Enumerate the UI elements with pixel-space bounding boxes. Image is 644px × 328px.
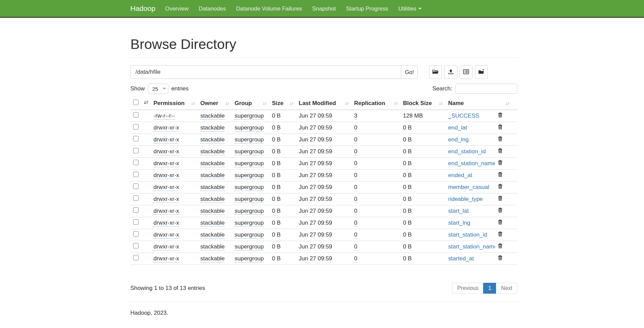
row-checkbox[interactable] [133, 136, 139, 141]
col-header-actions[interactable] [495, 97, 517, 110]
create-directory-button[interactable] [429, 65, 442, 79]
delete-file-button[interactable] [498, 231, 503, 238]
owner-value[interactable]: stackable [200, 184, 225, 191]
file-name-link[interactable]: end_lat [448, 124, 467, 131]
file-name-link[interactable]: end_lng [448, 136, 469, 143]
delete-file-button[interactable] [498, 207, 503, 214]
nav-item-datanodes[interactable]: Datanodes [194, 0, 231, 17]
page-size-select[interactable]: 25 [148, 84, 168, 94]
group-value[interactable]: supergroup [235, 160, 264, 167]
owner-value[interactable]: stackable [200, 148, 225, 155]
file-name-link[interactable]: rideable_type [448, 196, 483, 202]
search-input[interactable] [455, 84, 517, 94]
permission-value[interactable]: drwxr-xr-x [153, 243, 179, 251]
owner-value[interactable]: stackable [200, 136, 225, 143]
nav-item-datanode-volume-failures[interactable]: Datanode Volume Failures [231, 0, 307, 17]
select-all-header[interactable] [130, 97, 141, 110]
owner-value[interactable]: stackable [200, 160, 225, 167]
file-name-link[interactable]: start_station_name [448, 243, 495, 250]
delete-file-button[interactable] [498, 112, 503, 119]
row-checkbox[interactable] [133, 148, 139, 153]
col-header-block-size[interactable]: Block Size [400, 97, 445, 110]
group-value[interactable]: supergroup [235, 124, 264, 132]
group-value[interactable]: supergroup [235, 184, 264, 191]
row-checkbox[interactable] [133, 195, 139, 201]
row-checkbox[interactable] [133, 172, 139, 177]
row-checkbox[interactable] [133, 219, 139, 225]
replication-value[interactable]: 0 [354, 148, 357, 155]
cut-paste-button[interactable] [460, 65, 473, 79]
delete-file-button[interactable] [498, 124, 503, 131]
row-checkbox[interactable] [133, 124, 139, 130]
navbar-brand[interactable]: Hadoop [130, 4, 160, 13]
directory-path-input[interactable] [130, 65, 401, 79]
move-file-button[interactable] [475, 65, 488, 79]
delete-file-button[interactable] [498, 243, 503, 249]
row-checkbox[interactable] [133, 243, 139, 248]
row-checkbox[interactable] [133, 255, 139, 260]
row-checkbox[interactable] [133, 231, 139, 237]
pagination-previous[interactable]: Previous [453, 283, 483, 294]
delete-file-button[interactable] [498, 136, 503, 142]
replication-value[interactable]: 0 [354, 124, 357, 132]
replication-value[interactable]: 0 [354, 196, 357, 203]
row-checkbox[interactable] [133, 207, 139, 213]
col-header-last-modified[interactable]: Last Modified [296, 97, 351, 110]
pagination-next[interactable]: Next [496, 283, 517, 294]
pagination-page-1[interactable]: 1 [483, 283, 496, 294]
nav-item-snapshot[interactable]: Snapshot [307, 0, 341, 17]
col-header-group[interactable]: Group [232, 97, 269, 110]
permission-value[interactable]: drwxr-xr-x [153, 231, 179, 239]
permission-value[interactable]: -rw-r--r-- [153, 113, 175, 120]
delete-file-button[interactable] [498, 184, 503, 190]
nav-item-overview[interactable]: Overview [160, 0, 194, 17]
replication-value[interactable]: 0 [354, 243, 357, 251]
permission-value[interactable]: drwxr-xr-x [153, 136, 179, 143]
file-name-link[interactable]: start_station_id [448, 231, 487, 238]
replication-value[interactable]: 0 [354, 184, 357, 191]
permission-value[interactable]: drwxr-xr-x [153, 160, 179, 167]
row-checkbox[interactable] [133, 112, 139, 118]
file-name-link[interactable]: end_station_id [448, 148, 486, 155]
replication-value[interactable]: 0 [354, 172, 357, 179]
group-value[interactable]: supergroup [235, 208, 264, 215]
permission-value[interactable]: drwxr-xr-x [153, 148, 179, 155]
file-name-link[interactable]: end_station_name [448, 160, 495, 167]
replication-value[interactable]: 3 [354, 113, 357, 120]
permission-value[interactable]: drwxr-xr-x [153, 220, 179, 227]
permission-value[interactable]: drwxr-xr-x [153, 172, 179, 179]
permission-value[interactable]: drwxr-xr-x [153, 255, 179, 262]
owner-value[interactable]: stackable [200, 196, 225, 203]
group-value[interactable]: supergroup [235, 148, 264, 155]
delete-file-button[interactable] [498, 255, 503, 261]
col-header-size[interactable]: Size [269, 97, 296, 110]
permission-value[interactable]: drwxr-xr-x [153, 196, 179, 203]
nav-item-utilities[interactable]: Utilities [393, 0, 427, 17]
permission-value[interactable]: drwxr-xr-x [153, 124, 179, 132]
col-header-sort[interactable] [141, 97, 151, 110]
delete-file-button[interactable] [498, 195, 503, 202]
file-name-link[interactable]: start_lng [448, 220, 470, 226]
replication-value[interactable]: 0 [354, 136, 357, 143]
group-value[interactable]: supergroup [235, 231, 264, 239]
group-value[interactable]: supergroup [235, 196, 264, 203]
owner-value[interactable]: stackable [200, 231, 225, 239]
row-checkbox[interactable] [133, 184, 139, 189]
replication-value[interactable]: 0 [354, 220, 357, 227]
delete-file-button[interactable] [498, 160, 503, 166]
replication-value[interactable]: 0 [354, 208, 357, 215]
owner-value[interactable]: stackable [200, 124, 225, 132]
delete-file-button[interactable] [498, 148, 503, 154]
group-value[interactable]: supergroup [235, 136, 264, 143]
upload-files-button[interactable] [444, 65, 457, 79]
file-name-link[interactable]: start_lat [448, 208, 468, 214]
go-button[interactable]: Go! [401, 65, 418, 79]
file-name-link[interactable]: started_at [448, 255, 474, 262]
replication-value[interactable]: 0 [354, 231, 357, 239]
owner-value[interactable]: stackable [200, 113, 225, 120]
col-header-permission[interactable]: Permission [151, 97, 198, 110]
replication-value[interactable]: 0 [354, 160, 357, 167]
owner-value[interactable]: stackable [200, 255, 225, 262]
col-header-replication[interactable]: Replication [351, 97, 400, 110]
nav-item-startup-progress[interactable]: Startup Progress [341, 0, 393, 17]
